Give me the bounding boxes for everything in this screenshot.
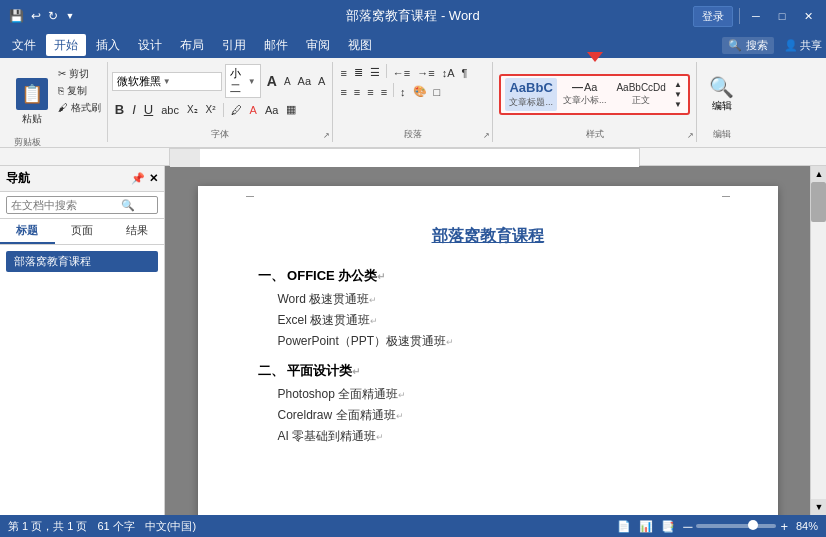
clear-format-button[interactable]: Aa <box>295 71 314 91</box>
word-count: 61 个字 <box>97 519 134 534</box>
layout-icon-2[interactable]: 📊 <box>639 520 653 533</box>
nav-tab-pages[interactable]: 页面 <box>55 219 110 244</box>
find-button-group[interactable]: 🔍 编辑 <box>709 75 734 113</box>
multilevel-list-button[interactable]: ☰ <box>367 64 383 81</box>
increase-indent-button[interactable]: →≡ <box>414 64 437 81</box>
styles-down-button[interactable]: ▼ <box>672 90 684 99</box>
para-list-row: ≡ ≣ ☰ ←≡ →≡ ↕A ¶ <box>337 64 470 81</box>
para-top: ≡ ≣ ☰ ←≡ →≡ ↕A ¶ ≡ ≡ ≡ ≡ ↕ 🎨 □ <box>337 62 488 126</box>
style-heading-label: 文章标题... <box>509 96 553 109</box>
zoom-out-button[interactable]: ─ <box>683 519 692 534</box>
ruler-svg <box>170 149 639 167</box>
nav-title: 导航 <box>6 170 30 187</box>
nav-close-icon[interactable]: ✕ <box>149 172 158 185</box>
scroll-up-button[interactable]: ▲ <box>811 166 826 182</box>
zoom-slider[interactable] <box>696 524 776 528</box>
numbering-button[interactable]: ≣ <box>351 64 366 81</box>
share-button[interactable]: 👤 共享 <box>784 38 822 53</box>
menu-design[interactable]: 设计 <box>130 34 170 56</box>
nav-heading-item[interactable]: 部落窝教育课程 <box>6 251 158 272</box>
menu-review[interactable]: 审阅 <box>298 34 338 56</box>
scrollbar-vertical[interactable]: ▲ ▼ <box>810 166 826 515</box>
style-body-button[interactable]: AaBbCcDd 正文 <box>612 80 669 109</box>
nav-tab-results[interactable]: 结果 <box>109 219 164 244</box>
align-center-button[interactable]: ≡ <box>351 83 363 100</box>
subscript-button[interactable]: X₂ <box>184 102 201 117</box>
menu-insert[interactable]: 插入 <box>88 34 128 56</box>
menu-bar: 文件 开始 插入 设计 布局 引用 邮件 审阅 视图 🔍 搜索 👤 共享 <box>0 32 826 58</box>
login-button[interactable]: 登录 <box>693 6 733 27</box>
shading2-button[interactable]: 🎨 <box>410 83 430 100</box>
paste-button[interactable]: 📋 粘贴 <box>10 64 54 140</box>
font-format-row: B I U abc X₂ X² 🖊 A Aa ▦ <box>112 100 300 119</box>
nav-search-input[interactable] <box>7 197 117 213</box>
borders-button[interactable]: ▦ <box>283 101 299 118</box>
align-left-button[interactable]: ≡ <box>337 83 349 100</box>
main-area: 导航 📌 ✕ 🔍 标题 页面 结果 部落窝教育课程 部落窝教育课程 <box>0 166 826 515</box>
para-align-row: ≡ ≡ ≡ ≡ ↕ 🎨 □ <box>337 83 443 100</box>
styles-highlight-box: AaBbC 文章标题... — Aa 文章小标... AaBbCcDd 正文 ▲ <box>499 74 689 115</box>
nav-tab-headings[interactable]: 标题 <box>0 219 55 244</box>
font-name-dropdown[interactable]: 微软雅黑 ▼ <box>112 72 222 91</box>
nav-search-icon[interactable]: 🔍 <box>117 199 139 212</box>
styles-up-button[interactable]: ▲ <box>672 80 684 89</box>
layout-icon-1[interactable]: 📄 <box>617 520 631 533</box>
strikethrough-button[interactable]: abc <box>158 102 182 118</box>
minimize-button[interactable]: ─ <box>746 6 766 26</box>
layout-icon-3[interactable]: 📑 <box>661 520 675 533</box>
menu-file[interactable]: 文件 <box>4 34 44 56</box>
sort-button[interactable]: ↕A <box>439 64 458 81</box>
style-subheading-button[interactable]: — Aa 文章小标... <box>559 79 611 109</box>
font-color-button[interactable]: A <box>247 102 260 118</box>
share-label: 共享 <box>800 38 822 53</box>
search-box[interactable]: 🔍 搜索 <box>722 37 774 54</box>
zoom-thumb <box>748 520 758 530</box>
close-button[interactable]: ✕ <box>798 6 818 26</box>
bold-button[interactable]: B <box>112 100 127 119</box>
para-expand-icon[interactable]: ↗ <box>483 131 490 140</box>
document-area[interactable]: 部落窝教育课程 一、 OFFICE 办公类↵ Word 极速贯通班↵ Excel… <box>165 166 810 515</box>
zoom-in-button[interactable]: + <box>780 519 788 534</box>
show-formatting-button[interactable]: ¶ <box>459 64 471 81</box>
menu-references[interactable]: 引用 <box>214 34 254 56</box>
nav-pin-icon[interactable]: 📌 <box>131 172 145 185</box>
save-icon[interactable]: 💾 <box>8 8 24 24</box>
undo-redo-group: ↩ ↻ ▼ <box>28 8 78 24</box>
text-highlight-button[interactable]: 🖊 <box>228 102 245 118</box>
styles-more-button[interactable]: ▼ <box>672 100 684 109</box>
font-grow-button[interactable]: A <box>264 71 280 91</box>
menu-layout[interactable]: 布局 <box>172 34 212 56</box>
menu-mail[interactable]: 邮件 <box>256 34 296 56</box>
zoom-percent[interactable]: 84% <box>796 520 818 532</box>
menu-home[interactable]: 开始 <box>46 34 86 56</box>
font-expand-icon[interactable]: ↗ <box>323 131 330 140</box>
section-1-item-1: Word 极速贯通班↵ <box>278 291 718 308</box>
text-effect-button[interactable]: A <box>315 71 328 91</box>
line-spacing-button[interactable]: ↕ <box>397 83 409 100</box>
superscript-button[interactable]: X² <box>203 102 219 117</box>
bullets-button[interactable]: ≡ <box>337 64 349 81</box>
shading-button[interactable]: Aa <box>262 102 281 118</box>
justify-button[interactable]: ≡ <box>378 83 390 100</box>
underline-button[interactable]: U <box>141 100 156 119</box>
customize-icon[interactable]: ▼ <box>62 8 78 24</box>
font-size-dropdown[interactable]: 小二 ▼ <box>225 64 261 98</box>
font-shrink-button[interactable]: A <box>281 71 294 91</box>
maximize-button[interactable]: □ <box>772 6 792 26</box>
menu-view[interactable]: 视图 <box>340 34 380 56</box>
styles-expand-icon[interactable]: ↗ <box>687 131 694 140</box>
arrow-down-icon <box>587 52 603 62</box>
italic-button[interactable]: I <box>129 100 139 119</box>
align-right-button[interactable]: ≡ <box>364 83 376 100</box>
undo-icon[interactable]: ↩ <box>28 8 44 24</box>
section-1-item-2: Excel 极速贯通班↵ <box>278 312 718 329</box>
copy-button[interactable]: ⎘ 复制 <box>56 83 103 99</box>
scroll-down-button[interactable]: ▼ <box>811 499 826 515</box>
format-painter-button[interactable]: 🖌 格式刷 <box>56 100 103 116</box>
borders2-button[interactable]: □ <box>431 83 444 100</box>
scroll-thumb[interactable] <box>811 182 826 222</box>
decrease-indent-button[interactable]: ←≡ <box>390 64 413 81</box>
cut-button[interactable]: ✂ 剪切 <box>56 66 103 82</box>
style-heading-button[interactable]: AaBbC 文章标题... <box>505 78 557 111</box>
redo-icon[interactable]: ↻ <box>45 8 61 24</box>
